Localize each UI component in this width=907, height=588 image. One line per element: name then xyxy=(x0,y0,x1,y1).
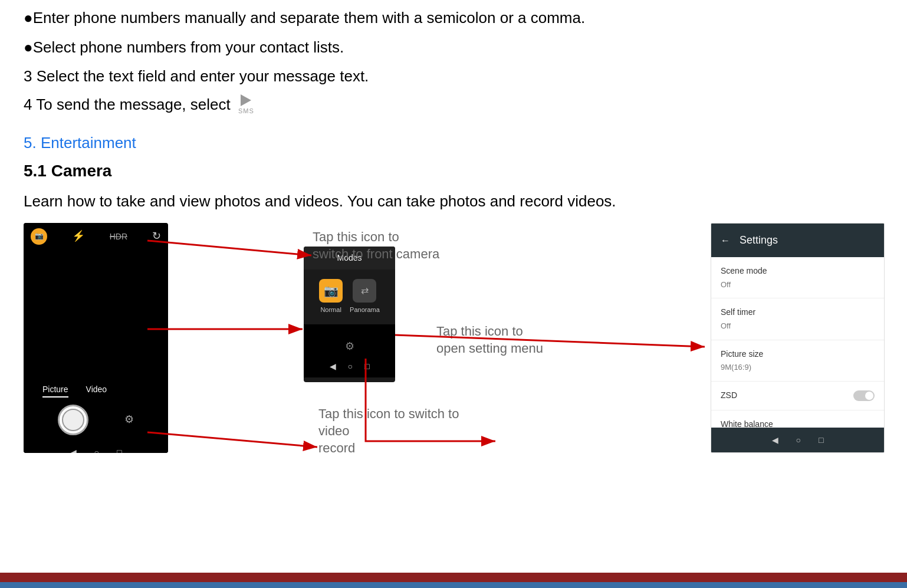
camera-nav-bar: ◀ ○ □ xyxy=(24,442,168,454)
callout-front-camera: Tap this icon to switch to front camera xyxy=(313,229,442,262)
settings-home-nav: ○ xyxy=(796,433,801,446)
bullet-1: ●Enter phone numbers manually and separa… xyxy=(24,6,883,31)
camera-main-screenshot: 📷 ⚡ HDR ↻ Picture Video ⚙ xyxy=(24,223,168,453)
shutter-button[interactable] xyxy=(58,405,88,435)
back-nav: ◀ xyxy=(70,446,77,454)
zsd-label: ZSD xyxy=(721,389,737,402)
zsd-toggle[interactable] xyxy=(853,390,875,401)
camera-bottom-section: Picture Video ⚙ xyxy=(24,379,168,438)
modes-nav-bar: ◀ ○ □ xyxy=(330,360,370,373)
flash-off-icon: ⚡ xyxy=(72,228,85,245)
settings-row-zsd[interactable]: ZSD xyxy=(711,382,884,410)
settings-header: ← Settings xyxy=(711,224,884,257)
settings-nav-bar: ◀ ○ □ xyxy=(711,428,884,452)
section-heading: 5. Entertainment xyxy=(24,131,883,156)
settings-title: Settings xyxy=(740,232,778,249)
self-timer-label: Self timer xyxy=(721,306,875,318)
modes-popup-screenshot: Modes 📷 Normal ⇄ Panorama ⚙ ◀ ○ □ xyxy=(304,247,395,382)
scene-mode-value: Off xyxy=(721,279,875,291)
shutter-inner xyxy=(62,409,84,431)
callout-video-switch: Tap this icon to switch to video record xyxy=(318,406,489,456)
modes-grid: 📷 Normal ⇄ Panorama xyxy=(304,270,395,325)
settings-back-icon[interactable]: ← xyxy=(721,233,730,248)
main-content: ●Enter phone numbers manually and separa… xyxy=(0,0,907,477)
diagram-area: 📷 ⚡ HDR ↻ Picture Video ⚙ xyxy=(24,223,885,477)
description-text: Learn how to take and view photos and vi… xyxy=(24,189,883,214)
camera-controls: ⚙ xyxy=(31,402,161,438)
video-label: Video xyxy=(86,383,107,397)
camera-viewfinder xyxy=(24,249,168,379)
settings-recent-nav: □ xyxy=(819,433,823,446)
step-3: 3 Select the text field and enter your m… xyxy=(24,64,883,89)
scene-mode-label: Scene mode xyxy=(721,264,875,277)
home-nav: ○ xyxy=(94,446,99,454)
mode-normal: 📷 Normal xyxy=(319,279,343,316)
modes-bottom: ⚙ ◀ ○ □ xyxy=(304,324,395,377)
bottom-bar-blue xyxy=(0,582,907,588)
picture-label: Picture xyxy=(42,383,68,397)
modes-settings-icon: ⚙ xyxy=(345,338,354,355)
camera-top-bar: 📷 ⚡ HDR ↻ xyxy=(24,223,168,249)
self-timer-value: Off xyxy=(721,320,875,333)
settings-row-picture-size[interactable]: Picture size 9M(16:9) xyxy=(711,340,884,382)
video-switch-icon: ⚙ xyxy=(124,411,134,428)
svg-line-1 xyxy=(147,241,311,255)
mode-panorama: ⇄ Panorama xyxy=(350,279,380,316)
modes-recent-nav: □ xyxy=(364,360,369,373)
hdr-icon: HDR xyxy=(110,230,127,243)
settings-back-nav: ◀ xyxy=(772,433,778,446)
svg-line-5 xyxy=(147,432,317,447)
settings-panel: ← Settings Scene mode Off Self timer Off… xyxy=(711,223,885,453)
camera-mode-labels: Picture Video xyxy=(31,383,161,397)
modes-back-nav: ◀ xyxy=(330,360,336,373)
bottom-bar-red xyxy=(0,573,907,582)
step-4: 4 To send the message, select SMS xyxy=(24,93,883,117)
mode-panorama-label: Panorama xyxy=(350,305,380,316)
settings-row-scene-mode[interactable]: Scene mode Off xyxy=(711,257,884,298)
camera-switch-icon: ↻ xyxy=(152,228,161,245)
picture-size-value: 9M(16:9) xyxy=(721,362,875,374)
settings-row-self-timer[interactable]: Self timer Off xyxy=(711,298,884,340)
recent-nav: □ xyxy=(117,446,121,454)
mode-normal-icon: 📷 xyxy=(319,279,343,303)
callout-open-settings: Tap this icon to open setting menu xyxy=(436,323,578,357)
camera-mode-icon: 📷 xyxy=(31,228,47,245)
mode-panorama-icon: ⇄ xyxy=(353,279,376,303)
modes-home-nav: ○ xyxy=(348,360,353,373)
bullet-2: ●Select phone numbers from your contact … xyxy=(24,35,883,60)
subsection-heading: 5.1 Camera xyxy=(24,158,883,185)
sms-send-icon: SMS xyxy=(238,94,254,117)
picture-size-label: Picture size xyxy=(721,347,875,360)
mode-normal-label: Normal xyxy=(320,305,341,316)
